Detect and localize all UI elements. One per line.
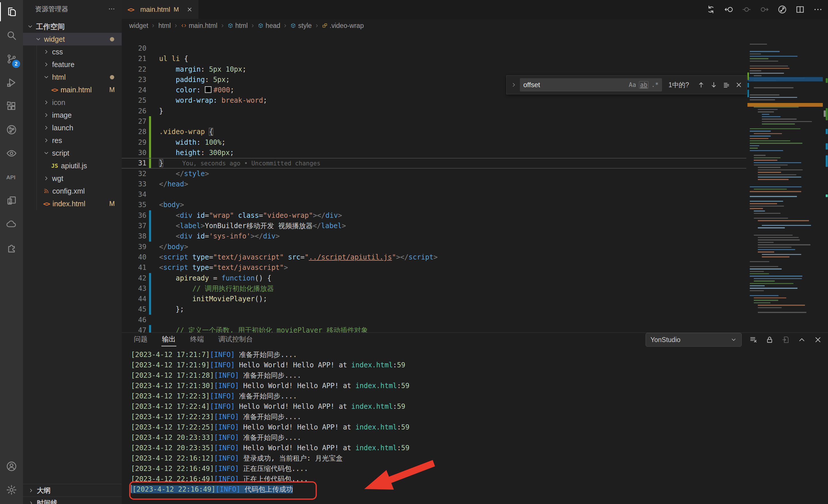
tree-item-index.html[interactable]: <>index.htmlM: [23, 197, 122, 210]
code-line-38[interactable]: 38 <div id='sys-info'></div>: [122, 231, 746, 241]
code-line-31[interactable]: 31}You, seconds ago • Uncommitted change…: [122, 158, 746, 168]
code-line-37[interactable]: 37 <label>YonBuilder移动开发 视频播放器</label>: [122, 221, 746, 231]
close-panel-icon[interactable]: [814, 335, 822, 344]
code-line-45[interactable]: 45 };: [122, 304, 746, 314]
more-icon[interactable]: [813, 5, 823, 14]
match-case-icon[interactable]: Aa: [629, 81, 636, 88]
activity-item-preview[interactable]: [0, 141, 23, 165]
clear-output-icon[interactable]: [749, 335, 758, 344]
activity-item-extensions[interactable]: [0, 94, 23, 118]
tree-item-wgt[interactable]: wgt: [23, 172, 122, 185]
panel-tab-输出[interactable]: 输出: [161, 333, 176, 346]
activity-item-devices[interactable]: [0, 189, 23, 212]
sidebar-section-timeline[interactable]: 时间线: [23, 497, 122, 504]
code-line-20[interactable]: 20: [122, 43, 746, 53]
tree-item-apiutil.js[interactable]: JSapiutil.js: [23, 159, 122, 172]
code-line-40[interactable]: 40<script type="text/javascript" src="..…: [122, 252, 746, 262]
overview-ruler[interactable]: [824, 32, 828, 333]
code-area[interactable]: 2021ul li {22 margin: 5px 10px;23 paddin…: [122, 32, 828, 333]
code-line-47[interactable]: 47 // 定义一个函数, 用于初始化 moviePlayer 移动插件对象: [122, 325, 746, 333]
back-icon[interactable]: [724, 5, 734, 14]
split-icon[interactable]: [795, 5, 805, 14]
code-line-26[interactable]: 26}: [122, 106, 746, 116]
tree-item-main.html[interactable]: <>main.htmlM: [23, 83, 122, 96]
breadcrumb-item-.video-wrap[interactable]: .video-wrap: [322, 22, 364, 30]
regex-icon[interactable]: .*: [651, 81, 659, 88]
code-line-46[interactable]: 46: [122, 315, 746, 325]
code-line-36[interactable]: 36 <div id="wrap" class="video-wrap"></d…: [122, 210, 746, 221]
tree-item-config.xml[interactable]: config.xml: [23, 185, 122, 197]
activity-item-cloud[interactable]: [0, 212, 23, 236]
code-line-33[interactable]: 33</head>: [122, 179, 746, 189]
forward-icon[interactable]: [759, 5, 769, 14]
activity-item-source-control[interactable]: 2: [0, 47, 23, 71]
breadcrumb-item-html[interactable]: html: [158, 22, 171, 30]
output-log[interactable]: [2023-4-12 17:21:7][INFO] 准备开始同步....[202…: [131, 349, 823, 495]
run-circle-icon[interactable]: [777, 5, 787, 14]
activity-item-api[interactable]: API: [0, 165, 23, 189]
code-line-32[interactable]: 32 </style>: [122, 169, 746, 179]
breadcrumb-item-html[interactable]: html: [227, 22, 248, 30]
panel-tab-调试控制台[interactable]: 调试控制台: [218, 333, 253, 346]
log-line: [2023-4-12 22:16:49][INFO] 正在压缩代码包....: [131, 463, 823, 474]
node-icon[interactable]: [742, 5, 751, 14]
activity-item-settings[interactable]: [0, 478, 23, 502]
open-in-editor-icon[interactable]: [781, 335, 790, 344]
panel-tab-问题[interactable]: 问题: [133, 333, 148, 346]
code-line-34[interactable]: 34: [122, 189, 746, 200]
find-expand-chevron-icon[interactable]: [511, 82, 517, 88]
code-line-21[interactable]: 21ul li {: [122, 53, 746, 64]
find-in-selection-icon[interactable]: [722, 81, 731, 89]
chevron-right-icon: [43, 49, 49, 55]
tree-item-工作空间[interactable]: 工作空间: [23, 20, 122, 33]
breadcrumb-item-main.html[interactable]: main.html: [181, 22, 217, 30]
next-match-icon[interactable]: [710, 81, 718, 89]
whole-word-icon[interactable]: ab: [639, 81, 649, 89]
activity-item-explorer[interactable]: [0, 0, 23, 24]
previous-match-icon[interactable]: [697, 81, 705, 89]
activity-item-search[interactable]: [0, 24, 23, 47]
code-line-44[interactable]: 44 initMoviePlayer();: [122, 294, 746, 304]
tree-item-html[interactable]: html: [23, 71, 122, 83]
tree-item-image[interactable]: image: [23, 109, 122, 121]
close-tab-icon[interactable]: [187, 6, 193, 13]
activity-item-account[interactable]: [0, 455, 23, 478]
activity-item-plugins[interactable]: [0, 236, 23, 259]
tree-item-script[interactable]: script: [23, 147, 122, 159]
find-input[interactable]: offset Aa ab .*: [520, 78, 662, 91]
code-line-22[interactable]: 22 margin: 5px 10px;: [122, 64, 746, 75]
code-line-25[interactable]: 25 word-wrap: break-word;: [122, 95, 746, 106]
code-line-27[interactable]: 27: [122, 116, 746, 127]
tree-item-res[interactable]: res: [23, 134, 122, 147]
tree-item-css[interactable]: css: [23, 45, 122, 58]
panel-tab-终端[interactable]: 终端: [190, 333, 205, 346]
code-line-42[interactable]: 42 apiready = function() {: [122, 273, 746, 283]
output-channel-select[interactable]: YonStudio: [646, 333, 742, 347]
tree-item-widget[interactable]: widget: [23, 33, 122, 45]
tree-item-launch[interactable]: launch: [23, 121, 122, 134]
activity-item-remote[interactable]: [0, 118, 23, 141]
code-line-39[interactable]: 39</body>: [122, 242, 746, 252]
activity-item-run-debug[interactable]: [0, 71, 23, 94]
more-actions-icon[interactable]: [108, 5, 115, 13]
code-line-30[interactable]: 30 height: 300px;: [122, 148, 746, 158]
minimap[interactable]: [747, 32, 823, 333]
code-line-43[interactable]: 43 // 调用执行初始化播放器: [122, 283, 746, 294]
tree-item-feature[interactable]: feature: [23, 58, 122, 71]
breadcrumb-item-style[interactable]: style: [290, 22, 312, 30]
git-modified-dot: [110, 75, 114, 79]
sync-icon[interactable]: [706, 5, 716, 14]
breadcrumb-item-head[interactable]: head: [258, 22, 280, 30]
tab-main-html[interactable]: <> main.html M: [122, 0, 199, 19]
lock-scroll-icon[interactable]: [765, 335, 774, 344]
find-query-text[interactable]: offset: [523, 81, 626, 89]
tree-item-icon[interactable]: icon: [23, 96, 122, 109]
close-find-icon[interactable]: [735, 81, 743, 89]
maximize-panel-icon[interactable]: [797, 335, 806, 344]
sidebar-section-outline[interactable]: 大纲: [23, 484, 122, 497]
code-line-29[interactable]: 29 width: 100%;: [122, 137, 746, 148]
code-line-28[interactable]: 28.video-wrap {: [122, 127, 746, 137]
breadcrumb-item-widget[interactable]: widget: [129, 22, 148, 30]
code-line-35[interactable]: 35<body>: [122, 200, 746, 210]
code-line-41[interactable]: 41<script type="text/javascript">: [122, 262, 746, 273]
